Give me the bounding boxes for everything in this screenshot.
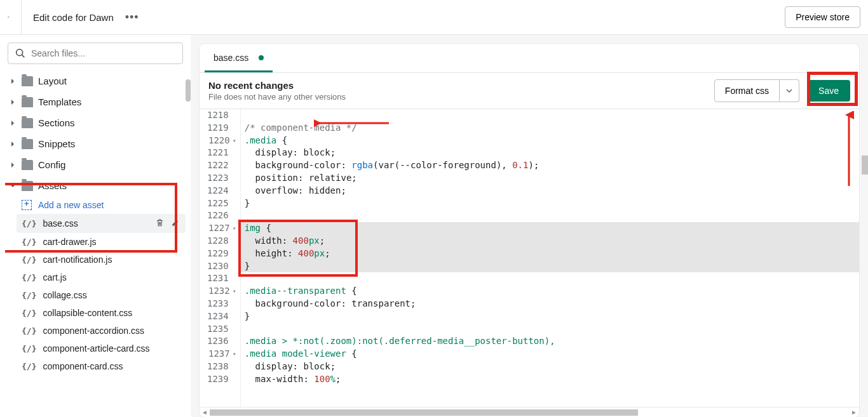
svg-point-1 [17, 50, 23, 56]
caret-icon [9, 183, 17, 189]
folder-snippets[interactable]: Snippets [5, 133, 186, 154]
file-sidebar: LayoutTemplatesSectionsSnippetsConfigAss… [0, 35, 191, 417]
folder-icon [22, 118, 33, 128]
file-name: cart.js [43, 272, 66, 282]
folder-label: Sections [38, 117, 75, 128]
caret-icon [9, 120, 17, 126]
caret-icon [9, 141, 17, 147]
add-asset-label: Add a new asset [38, 200, 104, 210]
folder-icon [22, 181, 33, 191]
unsaved-dot-icon [259, 55, 264, 60]
folder-icon [22, 139, 33, 149]
file-item[interactable]: {/}component-accordion.css [17, 322, 186, 340]
delete-icon[interactable] [155, 218, 165, 229]
code-line[interactable]: img { [241, 222, 859, 235]
code-line[interactable]: } [241, 197, 859, 210]
tab-label: base.css [214, 53, 248, 63]
code-line[interactable]: .media model-viewer { [241, 348, 859, 361]
code-line[interactable] [241, 209, 859, 222]
page-title: Edit code for Dawn [33, 12, 114, 23]
search-input[interactable] [31, 48, 176, 58]
scroll-left-icon[interactable]: ◄ [200, 409, 210, 416]
code-line[interactable]: max-width: 100%; [241, 373, 859, 386]
code-line[interactable]: .media > *:not(.zoom):not(.deferred-medi… [241, 335, 859, 348]
code-file-icon: {/} [22, 362, 36, 371]
folder-icon [22, 97, 33, 107]
add-asset-link[interactable]: Add a new asset [17, 196, 186, 214]
caret-icon [9, 78, 17, 84]
code-editor[interactable]: 121812191220▾122112221223122412251226122… [200, 109, 859, 407]
folder-label: Assets [38, 180, 67, 191]
caret-icon [9, 162, 17, 168]
code-line[interactable]: width: 400px; [241, 235, 859, 248]
file-name: cart-notification.js [43, 255, 112, 265]
code-line[interactable]: display: block; [241, 147, 859, 159]
add-icon [22, 200, 32, 210]
sidebar-scrollbar[interactable] [186, 79, 191, 417]
code-line[interactable]: } [241, 260, 859, 273]
file-item[interactable]: {/}cart.js [17, 268, 186, 286]
scrollbar-thumb[interactable] [210, 409, 638, 416]
code-line[interactable]: } [241, 310, 859, 323]
folder-layout[interactable]: Layout [5, 70, 186, 91]
code-file-icon: {/} [22, 308, 36, 318]
folder-assets[interactable]: Assets [5, 175, 186, 196]
code-file-icon: {/} [22, 326, 36, 336]
code-file-icon: {/} [22, 273, 36, 282]
file-name: component-accordion.css [43, 326, 144, 336]
code-line[interactable]: .media--transparent { [241, 285, 859, 298]
code-line[interactable] [241, 109, 859, 122]
file-item[interactable]: {/}base.css [17, 214, 186, 233]
folder-icon [22, 76, 33, 86]
code-line[interactable]: position: relative; [241, 172, 859, 185]
folder-label: Layout [38, 76, 67, 86]
code-line[interactable]: height: 400px; [241, 248, 859, 260]
file-name: cart-drawer.js [43, 237, 96, 247]
top-bar: Edit code for Dawn ••• Preview store [0, 0, 868, 35]
preview-store-button[interactable]: Preview store [785, 6, 860, 28]
edit-icon[interactable] [171, 218, 180, 229]
editor-main: base.css No recent changes File does not… [191, 35, 868, 417]
code-line[interactable] [241, 323, 859, 336]
caret-icon [9, 99, 17, 105]
search-box[interactable] [8, 43, 183, 64]
status-subtitle: File does not have any other versions [208, 92, 346, 102]
file-item[interactable]: {/}collapsible-content.css [17, 304, 186, 322]
folder-sections[interactable]: Sections [5, 112, 186, 133]
vertical-scrollbar[interactable] [862, 156, 868, 175]
code-line[interactable] [241, 272, 859, 285]
code-line[interactable]: /* component-media */ [241, 122, 859, 135]
save-button[interactable]: Save [807, 80, 850, 102]
code-line[interactable]: background-color: transparent; [241, 298, 859, 310]
file-item[interactable]: {/}component-card.css [17, 357, 186, 375]
code-line[interactable]: display: block; [241, 361, 859, 373]
scrollbar-thumb[interactable] [186, 79, 191, 102]
code-file-icon: {/} [22, 291, 36, 300]
format-css-button[interactable]: Format css [714, 79, 780, 102]
exit-button[interactable] [8, 0, 22, 35]
scroll-right-icon[interactable]: ► [849, 409, 859, 416]
file-item[interactable]: {/}cart-notification.js [17, 251, 186, 268]
file-item[interactable]: {/}cart-drawer.js [17, 233, 186, 251]
code-line[interactable]: background-color: rgba(var(--color-foreg… [241, 159, 859, 172]
horizontal-scrollbar[interactable]: ◄ ► [200, 407, 859, 417]
format-dropdown-button[interactable] [780, 79, 799, 102]
file-item[interactable]: {/}component-article-card.css [17, 340, 186, 357]
scrollbar-thumb[interactable] [862, 156, 868, 175]
more-icon[interactable]: ••• [125, 11, 139, 24]
topbar-left: Edit code for Dawn ••• [8, 0, 139, 35]
file-item[interactable]: {/}collage.css [17, 286, 186, 304]
folder-config[interactable]: Config [5, 154, 186, 175]
code-line[interactable]: overflow: hidden; [241, 185, 859, 197]
file-name: component-article-card.css [43, 343, 149, 354]
file-name: base.css [43, 218, 78, 228]
folder-label: Templates [38, 96, 81, 107]
code-lines[interactable]: /* component-media */.media { display: b… [241, 109, 859, 407]
folder-label: Snippets [38, 138, 75, 149]
code-file-icon: {/} [22, 219, 36, 228]
code-line[interactable]: .media { [241, 135, 859, 147]
tab-base-css[interactable]: base.css [205, 44, 273, 72]
folder-templates[interactable]: Templates [5, 91, 186, 112]
code-file-icon: {/} [22, 237, 36, 247]
editor-header: No recent changes File does not have any… [200, 73, 859, 109]
